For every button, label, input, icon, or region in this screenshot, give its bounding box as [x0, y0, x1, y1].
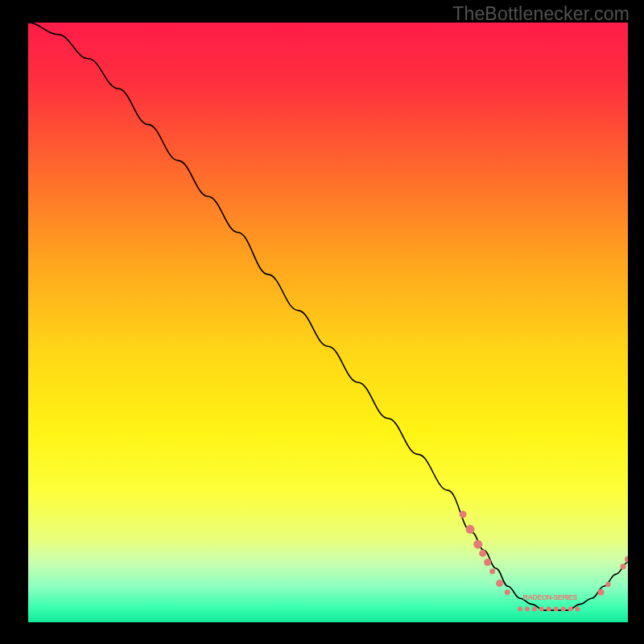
data-dot: [561, 607, 566, 612]
gradient-rect: [28, 23, 628, 622]
data-dot: [575, 607, 580, 612]
data-dot: [539, 607, 544, 612]
plot-svg: RADEON-SERIES: [28, 23, 628, 622]
data-dot: [525, 607, 530, 612]
data-dot: [479, 550, 486, 557]
data-dot: [466, 525, 475, 534]
data-dot: [621, 564, 626, 569]
data-dot: [489, 568, 495, 574]
data-dot: [484, 559, 491, 566]
data-dot: [605, 582, 610, 587]
data-dot: [518, 607, 522, 612]
data-dot: [554, 607, 559, 612]
data-dot: [547, 607, 551, 612]
data-dot: [597, 589, 604, 596]
data-dot: [473, 540, 482, 549]
watermark-text: TheBottlenecker.com: [452, 3, 630, 25]
chart-stage: TheBottlenecker.com RADEON-SERIES: [0, 0, 644, 644]
data-dot: [532, 607, 537, 612]
dot-cluster-label: RADEON-SERIES: [523, 593, 578, 601]
plot-area: RADEON-SERIES: [28, 23, 628, 622]
data-dot: [568, 607, 572, 612]
data-dot: [496, 580, 503, 587]
data-dot: [505, 589, 510, 595]
data-dot: [460, 510, 467, 518]
